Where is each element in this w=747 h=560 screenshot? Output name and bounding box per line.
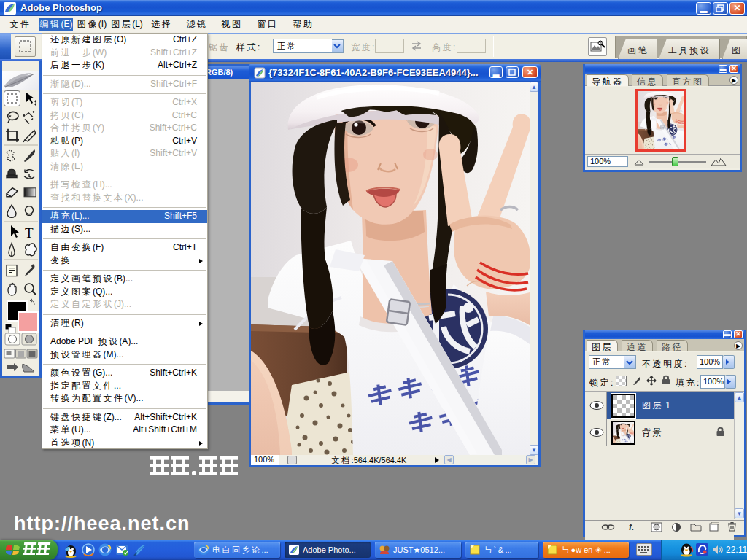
svg-text:T: T <box>25 225 34 241</box>
